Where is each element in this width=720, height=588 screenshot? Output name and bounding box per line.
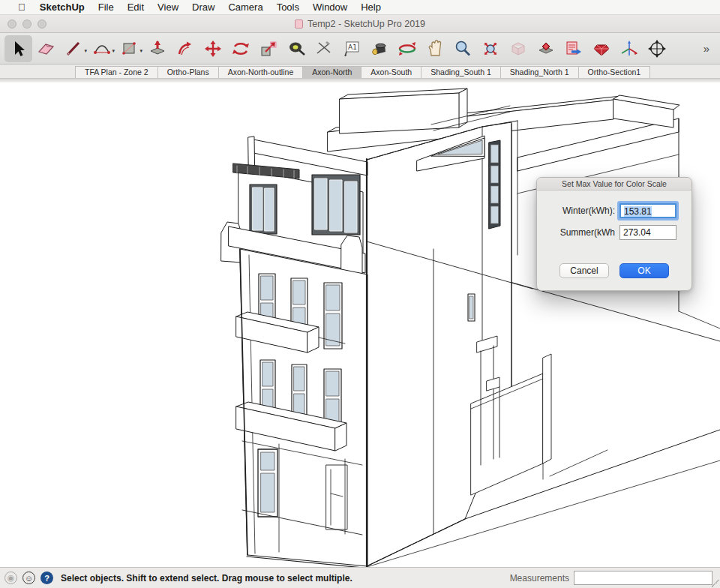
export-report-button[interactable] — [560, 35, 587, 62]
look-around-icon — [647, 39, 667, 58]
help-question-icon[interactable]: ? — [40, 572, 53, 584]
menu-window[interactable]: Window — [306, 0, 354, 15]
credits-person-icon[interactable]: ☺ — [22, 572, 35, 584]
pencil-line-icon — [64, 39, 84, 58]
text-tool-button[interactable]: A1 — [338, 35, 365, 62]
menu-tools[interactable]: Tools — [270, 0, 306, 15]
zoom-magnifier-icon — [453, 39, 472, 58]
scene-tab-axon-north-outline[interactable]: Axon-North-outline — [219, 67, 304, 78]
axes-tool-button[interactable] — [615, 35, 643, 62]
export-doc-arrow-icon — [564, 39, 584, 58]
pan-hand-icon — [425, 39, 445, 58]
window-title-bar: Temp2 - SketchUp Pro 2019 — [0, 15, 720, 33]
followme-tool-button[interactable] — [171, 35, 199, 62]
scale-tool-button[interactable] — [254, 35, 282, 62]
plugin-components-button[interactable] — [532, 35, 560, 62]
main-toolbar: ▾ ▾ ▾ A1 — [0, 33, 720, 64]
summer-kwh-label: Summer(kWh — [537, 227, 620, 238]
scene-tab-ortho-plans[interactable]: Ortho-Plans — [158, 67, 219, 78]
orbit-tool-button[interactable] — [393, 35, 421, 62]
menu-draw[interactable]: Draw — [185, 0, 221, 15]
toolbar-overflow-button[interactable]: » — [704, 42, 716, 55]
faded-cube-icon — [508, 39, 528, 58]
paint-bucket-icon — [370, 39, 389, 58]
rotate-icon — [231, 39, 250, 58]
scene-tab-ortho-section1[interactable]: Ortho-Section1 — [579, 67, 650, 78]
model-viewport[interactable]: Set Max Value for Color Scale Winter(kWh… — [0, 82, 720, 567]
winter-kwh-input[interactable]: 153.81 — [620, 203, 676, 218]
scene-tab-shading-north-1[interactable]: Shading_North 1 — [501, 67, 579, 78]
scene-tab-axon-south[interactable]: Axon-South — [362, 67, 422, 78]
scene-tab-axon-north[interactable]: Axon-North — [303, 67, 362, 78]
axes-icon — [620, 39, 639, 58]
eraser-tool-button[interactable] — [32, 35, 60, 62]
red-gem-stack-icon — [536, 39, 556, 58]
pan-tool-button[interactable] — [421, 35, 448, 62]
followme-icon — [176, 39, 195, 58]
move-tool-button[interactable] — [199, 35, 226, 62]
rotate-tool-button[interactable] — [226, 35, 254, 62]
move-icon — [203, 39, 223, 58]
sketchup-application-window:  SketchUp File Edit View Draw Camera To… — [0, 0, 720, 588]
menu-edit[interactable]: Edit — [121, 0, 151, 15]
zoom-tool-button[interactable] — [448, 35, 476, 62]
measurements-label: Measurements — [510, 573, 569, 584]
ruby-plugin-button[interactable] — [587, 35, 615, 62]
look-around-tool-button[interactable] — [643, 35, 670, 62]
select-tool-button[interactable] — [4, 35, 32, 62]
pushpull-icon — [148, 39, 167, 58]
scene-tab-tfa-plan-zone2[interactable]: TFA Plan - Zone 2 — [76, 67, 158, 78]
rectangle-icon — [120, 39, 140, 58]
geolocation-icon[interactable]: ◉ — [4, 572, 17, 584]
pushpull-tool-button[interactable] — [143, 35, 171, 62]
status-hint-text: Select objects. Shift to extend select. … — [53, 573, 352, 584]
eraser-icon — [37, 39, 56, 58]
scale-icon — [259, 39, 278, 58]
svg-text:A1: A1 — [348, 44, 357, 51]
text-a1-icon: A1 — [342, 39, 362, 58]
tape-measure-icon — [286, 39, 306, 58]
window-resize-grip[interactable] — [712, 580, 719, 587]
paint-bucket-tool-button[interactable] — [365, 35, 393, 62]
line-tool-button[interactable]: ▾ — [60, 35, 88, 62]
apple-menu-icon[interactable]:  — [10, 2, 33, 13]
plugin-inactive-button[interactable] — [504, 35, 532, 62]
menu-view[interactable]: View — [151, 0, 185, 15]
tape-measure-tool-button[interactable] — [282, 35, 310, 62]
menu-camera[interactable]: Camera — [221, 0, 269, 15]
ok-button[interactable]: OK — [620, 263, 669, 278]
scene-tab-strip: TFA Plan - Zone 2 Ortho-Plans Axon-North… — [0, 64, 720, 79]
dimension-tool-button[interactable] — [310, 35, 338, 62]
orbit-icon — [398, 39, 417, 58]
zoom-extents-tool-button[interactable] — [476, 35, 504, 62]
rectangle-tool-button[interactable]: ▾ — [116, 35, 143, 62]
document-icon — [295, 20, 303, 28]
building-wireframe-drawing — [0, 82, 720, 567]
zoom-extents-icon — [481, 39, 500, 58]
menu-bar:  SketchUp File Edit View Draw Camera To… — [0, 0, 720, 15]
window-title: Temp2 - SketchUp Pro 2019 — [308, 19, 425, 29]
arc-icon — [92, 39, 112, 58]
arc-tool-button[interactable]: ▾ — [88, 35, 116, 62]
select-arrow-icon — [9, 39, 28, 58]
set-max-value-dialog: Set Max Value for Color Scale Winter(kWh… — [536, 177, 692, 291]
menu-file[interactable]: File — [92, 0, 121, 15]
cancel-button[interactable]: Cancel — [560, 263, 609, 278]
winter-kwh-label: Winter(kWh): — [537, 206, 620, 216]
dialog-title: Set Max Value for Color Scale — [537, 178, 692, 190]
dimension-x-icon — [314, 39, 334, 58]
status-bar: ◉ ☺ ? Select objects. Shift to extend se… — [0, 567, 720, 588]
summer-kwh-input[interactable]: 273.04 — [620, 225, 676, 240]
menu-help[interactable]: Help — [354, 0, 388, 15]
menu-sketchup[interactable]: SketchUp — [33, 0, 92, 15]
measurements-input[interactable] — [574, 571, 712, 585]
scene-tab-shading-south-1[interactable]: Shading_South 1 — [422, 67, 501, 78]
ruby-gem-icon — [592, 39, 611, 58]
